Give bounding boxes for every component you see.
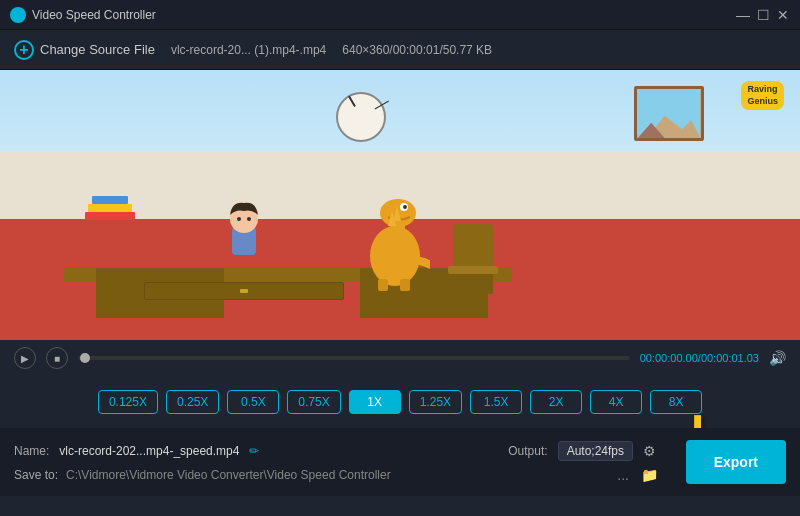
name-label: Name: (14, 444, 49, 458)
logo-badge: Raving Genius (741, 81, 784, 110)
svg-point-14 (403, 205, 407, 209)
scene-dino (360, 191, 430, 291)
speed-button-15X[interactable]: 1.5X (470, 390, 522, 414)
scene-desk-drawer (144, 282, 344, 300)
edit-name-icon[interactable]: ✏ (249, 444, 259, 458)
output-value: Auto;24fps (558, 441, 633, 461)
picture-image (637, 89, 701, 138)
speed-button-125X[interactable]: 1.25X (409, 390, 462, 414)
clock-hour-hand (348, 95, 356, 106)
name-value: vlc-record-202...mp4-_speed.mp4 (59, 444, 239, 458)
window-controls: — ☐ ✕ (736, 8, 790, 22)
scene-boy (224, 199, 264, 259)
speed-button-075X[interactable]: 0.75X (287, 390, 340, 414)
bottom-bar: Name: vlc-record-202...mp4-_speed.mp4 ✏ … (0, 428, 800, 496)
add-circle-icon: + (14, 40, 34, 60)
maximize-button[interactable]: ☐ (756, 8, 770, 22)
scene-picture-frame (634, 86, 704, 141)
stop-button[interactable]: ■ (46, 347, 68, 369)
close-button[interactable]: ✕ (776, 8, 790, 22)
minimize-button[interactable]: — (736, 8, 750, 22)
speed-button-2X[interactable]: 2X (530, 390, 582, 414)
change-source-button[interactable]: + Change Source File (14, 40, 155, 60)
settings-icon[interactable]: ⚙ (643, 443, 656, 459)
file-details: 640×360/00:00:01/50.77 KB (342, 43, 492, 57)
svg-rect-16 (400, 279, 410, 291)
progress-indicator (80, 353, 90, 363)
speed-button-4X[interactable]: 4X (590, 390, 642, 414)
playback-controls: ▶ ■ 00:00:00.00/00:00:01.03 🔊 (0, 340, 800, 376)
speed-button-1X[interactable]: 1X (349, 390, 401, 414)
export-button[interactable]: Export (686, 440, 786, 484)
browse-button[interactable]: ... (613, 467, 633, 483)
picture-svg (637, 89, 701, 138)
app-title: Video Speed Controller (32, 8, 736, 22)
volume-button[interactable]: 🔊 (769, 350, 786, 366)
toolbar: + Change Source File vlc-record-20... (1… (0, 30, 800, 70)
progress-bar[interactable] (78, 356, 630, 360)
svg-rect-4 (88, 204, 132, 212)
speed-button-0125X[interactable]: 0.125X (98, 390, 158, 414)
svg-point-9 (247, 217, 251, 221)
output-label: Output: (508, 444, 547, 458)
video-frame: Raving Genius (0, 70, 800, 340)
app-icon (10, 7, 26, 23)
speed-controls: 0.125X0.25X0.5X0.75X1X1.25X1.5X2X4X8X (0, 376, 800, 428)
svg-rect-20 (448, 266, 498, 274)
svg-rect-19 (453, 224, 493, 269)
logo-line1: Raving (747, 83, 778, 96)
svg-rect-15 (378, 279, 388, 291)
logo-line2: Genius (747, 95, 778, 108)
save-path: C:\Vidmore\Vidmore Video Converter\Video… (66, 468, 605, 482)
svg-point-8 (237, 217, 241, 221)
clock-face (336, 92, 386, 142)
save-label: Save to: (14, 468, 58, 482)
speed-button-05X[interactable]: 0.5X (227, 390, 279, 414)
file-name: vlc-record-20... (1).mp4-.mp4 (171, 43, 326, 57)
speed-button-025X[interactable]: 0.25X (166, 390, 219, 414)
play-button[interactable]: ▶ (14, 347, 36, 369)
svg-rect-5 (92, 196, 128, 204)
scene-books (80, 182, 140, 232)
svg-rect-22 (485, 274, 493, 294)
video-player: Raving Genius (0, 70, 800, 340)
name-row: Name: vlc-record-202...mp4-_speed.mp4 ✏ … (14, 441, 786, 461)
title-bar: Video Speed Controller — ☐ ✕ (0, 0, 800, 30)
scene-clock (336, 92, 386, 142)
scene-chair (448, 224, 498, 294)
scene-drawer-handle (240, 289, 248, 293)
svg-rect-21 (453, 274, 461, 294)
change-source-label: Change Source File (40, 42, 155, 57)
current-time: 00:00:00.00/00:00:01.03 (640, 352, 759, 364)
folder-icon[interactable]: 📁 (641, 467, 658, 483)
svg-rect-3 (85, 212, 135, 220)
save-row: Save to: C:\Vidmore\Vidmore Video Conver… (14, 467, 786, 483)
